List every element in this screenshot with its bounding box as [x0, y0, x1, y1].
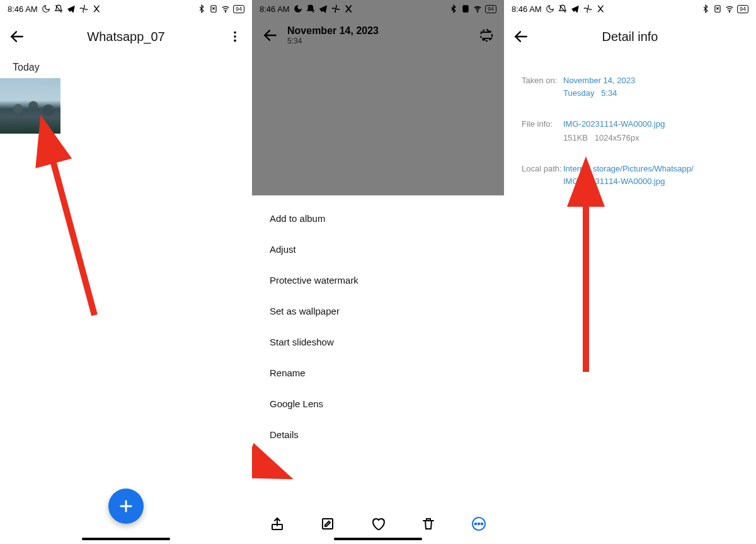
file-name: IMG-20231114-WA0000.jpg: [563, 118, 665, 130]
photo-thumbnail[interactable]: [0, 78, 60, 134]
local-path-line2: IMG-20231114-WA0000.jpg: [563, 175, 694, 188]
x-icon: [596, 4, 605, 13]
delete-button[interactable]: [420, 516, 437, 532]
bottom-sheet: Add to album Adjust Protective watermark…: [252, 195, 504, 544]
svg-point-9: [234, 40, 236, 42]
screen-album-list: 8:46 AM 94 Whatsapp_07 Today: [0, 0, 252, 544]
local-path-line1: Internal storage/Pictures/Whatsapp/: [563, 163, 694, 175]
local-path-label: Local path:: [522, 163, 563, 187]
file-size: 151KB: [563, 133, 588, 142]
detail-body: Taken on: November 14, 2023 Tuesday 5:34…: [504, 55, 756, 225]
gesture-bar: [82, 538, 170, 540]
svg-point-18: [477, 11, 478, 12]
taken-on-day: Tuesday: [563, 88, 594, 98]
file-info-label: File info:: [522, 118, 563, 144]
dnd-icon: [54, 4, 63, 13]
favorite-button[interactable]: [370, 516, 386, 532]
no-sim-icon: [209, 4, 218, 13]
taken-on-time: 5:34: [601, 88, 617, 98]
fan-icon: [331, 4, 340, 13]
date-section-label: Today: [0, 55, 252, 78]
status-time: 8:46 AM: [260, 4, 290, 14]
status-time: 8:46 AM: [8, 4, 38, 14]
photo-time: 5:34: [287, 37, 379, 45]
album-title: Whatsapp_07: [26, 30, 226, 44]
viewer-header: November 14, 2023 5:34: [252, 18, 504, 53]
menu-add-to-album[interactable]: Add to album: [252, 203, 504, 234]
wifi-icon: [221, 4, 230, 13]
detail-title: Detail info: [530, 30, 748, 44]
svg-point-33: [729, 11, 730, 12]
svg-point-25: [478, 523, 480, 525]
menu-details[interactable]: Details: [252, 419, 504, 450]
telegram-icon: [67, 4, 76, 13]
menu-adjust[interactable]: Adjust: [252, 234, 504, 265]
battery-indicator: 94: [737, 5, 748, 13]
back-button[interactable]: [8, 27, 26, 46]
fan-icon: [79, 4, 88, 13]
detail-header: Detail info: [504, 18, 756, 55]
status-bar: 8:46 AM 94: [0, 0, 252, 18]
menu-set-as-wallpaper[interactable]: Set as wallpaper: [252, 296, 504, 327]
svg-point-7: [234, 32, 236, 34]
no-sim-icon: [713, 4, 722, 13]
status-bar: 8:46 AM 94: [252, 0, 504, 18]
file-dims: 1024x576px: [595, 133, 639, 142]
bluetooth-icon: [449, 4, 458, 13]
status-time: 8:46 AM: [512, 4, 542, 14]
svg-point-29: [587, 8, 588, 9]
edit-button[interactable]: [319, 516, 336, 532]
add-fab-button[interactable]: [108, 489, 144, 524]
svg-point-24: [475, 523, 477, 525]
menu-start-slideshow[interactable]: Start slideshow: [252, 327, 504, 357]
x-icon: [344, 4, 353, 13]
svg-line-12: [50, 151, 94, 315]
wifi-icon: [473, 4, 482, 13]
more-options-button[interactable]: [226, 27, 244, 46]
svg-point-14: [335, 8, 336, 9]
annotation-arrow: [25, 139, 113, 328]
back-button[interactable]: [512, 27, 530, 46]
svg-point-26: [481, 523, 483, 525]
screen-photo-viewer: 8:46 AM 94 November 14, 2023 5:34: [252, 0, 504, 544]
svg-point-1: [83, 8, 84, 9]
more-button[interactable]: [471, 516, 487, 532]
battery-indicator: 94: [233, 5, 244, 13]
taken-on-label: Taken on:: [522, 74, 563, 99]
no-sim-icon: [461, 4, 470, 13]
fan-icon: [583, 4, 592, 13]
screen-detail-info: 8:46 AM 94 Detail info Taken on: Novembe…: [504, 0, 756, 544]
svg-rect-22: [323, 519, 333, 529]
share-button[interactable]: [269, 516, 285, 532]
moon-icon: [294, 4, 302, 13]
svg-point-8: [234, 35, 236, 38]
gesture-bar: [334, 538, 422, 540]
x-icon: [92, 4, 101, 13]
sync-icon[interactable]: [478, 26, 495, 44]
menu-google-lens[interactable]: Google Lens: [252, 388, 504, 419]
svg-point-20: [481, 30, 492, 41]
telegram-icon: [319, 4, 328, 13]
dnd-icon: [306, 4, 315, 13]
bluetooth-icon: [701, 4, 710, 13]
battery-indicator: 94: [485, 5, 496, 13]
taken-on-date: November 14, 2023: [563, 74, 635, 87]
bluetooth-icon: [197, 4, 206, 13]
status-bar: 8:46 AM 94: [504, 0, 756, 18]
telegram-icon: [571, 4, 580, 13]
album-header: Whatsapp_07: [0, 18, 252, 55]
photo-date: November 14, 2023: [287, 25, 379, 37]
moon-icon: [546, 4, 554, 13]
menu-protective-watermark[interactable]: Protective watermark: [252, 265, 504, 296]
wifi-icon: [725, 4, 734, 13]
menu-rename[interactable]: Rename: [252, 357, 504, 388]
moon-icon: [42, 4, 50, 13]
svg-point-5: [225, 11, 226, 12]
back-button[interactable]: [261, 26, 280, 45]
dnd-icon: [558, 4, 567, 13]
